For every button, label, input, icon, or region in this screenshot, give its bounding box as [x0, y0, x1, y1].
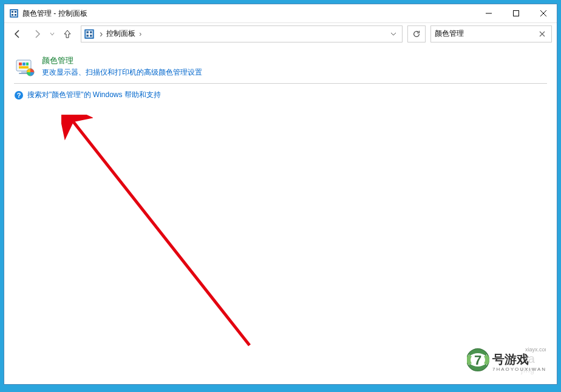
svg-rect-15 — [90, 35, 92, 36]
svg-rect-23 — [19, 66, 29, 69]
forward-button[interactable] — [29, 25, 46, 42]
svg-line-29 — [73, 122, 250, 345]
svg-rect-12 — [87, 31, 89, 33]
help-icon: ? — [14, 90, 24, 100]
clear-search-button[interactable] — [537, 29, 548, 39]
svg-rect-24 — [21, 71, 26, 73]
svg-rect-14 — [87, 35, 89, 36]
result-text: 颜色管理 更改显示器、扫描仪和打印机的高级颜色管理设置 — [42, 55, 202, 78]
chevron-right-icon: › — [138, 30, 143, 38]
refresh-icon — [412, 30, 421, 38]
navigation-bar: › 控制面板 › — [4, 22, 557, 44]
svg-point-30 — [467, 349, 489, 371]
control-panel-window: 颜色管理 - 控制面板 — [4, 4, 557, 385]
content-area: 颜色管理 更改显示器、扫描仪和打印机的高级颜色管理设置 ? 搜索对"颜色管理"的… — [4, 44, 557, 384]
svg-rect-2 — [12, 11, 13, 13]
search-input[interactable] — [435, 30, 537, 38]
breadcrumb-item[interactable]: 控制面板 — [104, 27, 138, 40]
result-description-link[interactable]: 更改显示器、扫描仪和打印机的高级颜色管理设置 — [42, 67, 202, 78]
site-logo-watermark: 7 号游戏 7HAOYOUXIWANG xiayx.com — [467, 343, 546, 377]
svg-rect-3 — [15, 11, 16, 13]
window-title: 颜色管理 - 控制面板 — [22, 8, 475, 19]
background-watermark: Ba jing — [520, 352, 535, 374]
svg-text:7HAOYOUXIWANG: 7HAOYOUXIWANG — [492, 367, 546, 372]
svg-text:xiayx.com: xiayx.com — [525, 346, 546, 353]
maximize-button[interactable] — [502, 4, 529, 22]
window-controls — [475, 4, 557, 22]
search-box[interactable] — [430, 25, 552, 42]
chevron-right-icon: › — [98, 29, 104, 39]
svg-rect-5 — [15, 14, 16, 16]
svg-rect-20 — [19, 63, 22, 66]
control-panel-icon — [9, 8, 19, 18]
breadcrumb: 控制面板 › — [104, 27, 387, 40]
search-result: 颜色管理 更改显示器、扫描仪和打印机的高级颜色管理设置 — [14, 55, 547, 78]
arrow-annotation — [61, 115, 262, 357]
back-button[interactable] — [9, 25, 26, 42]
svg-rect-21 — [22, 63, 25, 66]
address-bar[interactable]: › 控制面板 › — [81, 25, 403, 42]
svg-text:7: 7 — [474, 353, 481, 368]
color-management-icon — [14, 56, 36, 78]
svg-rect-13 — [90, 31, 92, 33]
svg-rect-7 — [513, 11, 518, 16]
svg-rect-22 — [26, 63, 29, 66]
close-icon — [539, 31, 545, 37]
close-button[interactable] — [529, 4, 557, 22]
up-button[interactable] — [59, 25, 76, 42]
result-title-link[interactable]: 颜色管理 — [42, 55, 202, 66]
minimize-button[interactable] — [475, 4, 502, 22]
help-row: ? 搜索对"颜色管理"的 Windows 帮助和支持 — [14, 90, 547, 100]
help-link[interactable]: 搜索对"颜色管理"的 Windows 帮助和支持 — [27, 90, 161, 100]
refresh-button[interactable] — [407, 25, 426, 42]
history-dropdown[interactable] — [48, 25, 56, 42]
svg-rect-4 — [12, 14, 13, 16]
divider — [14, 83, 547, 84]
address-dropdown[interactable] — [387, 26, 399, 42]
svg-text:号游戏: 号游戏 — [492, 353, 529, 366]
titlebar: 颜色管理 - 控制面板 — [4, 4, 557, 22]
control-panel-icon — [84, 29, 95, 39]
svg-text:?: ? — [17, 92, 21, 99]
